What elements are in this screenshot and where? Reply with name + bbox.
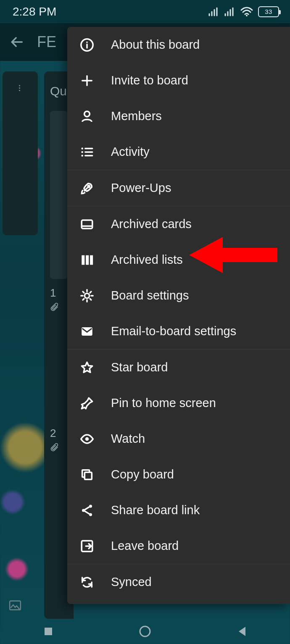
- attachment-icon: [50, 302, 59, 311]
- person-icon: [79, 108, 95, 124]
- menu-item-label: Power-Ups: [111, 181, 171, 195]
- signal-icon: [208, 7, 219, 16]
- card-badge: 1: [50, 287, 68, 300]
- svg-point-7: [88, 185, 90, 187]
- menu-item-label: Star board: [111, 360, 168, 374]
- menu-item-label: Pin to home screen: [111, 396, 216, 410]
- wifi-icon: [240, 7, 253, 17]
- svg-rect-10: [86, 255, 89, 265]
- menu-item-label: Copy board: [111, 468, 174, 481]
- menu-item-invite[interactable]: Invite to board: [67, 63, 290, 98]
- back-icon[interactable]: [10, 35, 24, 49]
- more-icon[interactable]: ···: [18, 84, 22, 91]
- menu-item-powerups[interactable]: Power-Ups: [67, 170, 290, 206]
- menu-item-label: About this board: [111, 38, 200, 52]
- board-title: FE: [37, 33, 56, 51]
- nav-home-icon[interactable]: [137, 623, 153, 640]
- svg-point-4: [81, 147, 83, 150]
- eye-icon: [79, 431, 95, 447]
- svg-rect-9: [82, 255, 84, 265]
- svg-rect-21: [45, 628, 52, 635]
- menu-item-members[interactable]: Members: [67, 98, 290, 134]
- rocket-icon: [79, 180, 95, 196]
- menu-item-pin[interactable]: Pin to home screen: [67, 385, 290, 421]
- sync-icon: [79, 574, 95, 590]
- menu-item-archived-lists[interactable]: Archived lists: [67, 242, 290, 278]
- menu-item-star[interactable]: Star board: [67, 350, 290, 385]
- menu-item-label: Members: [111, 109, 162, 123]
- plus-icon: [79, 73, 95, 89]
- list-icon: [79, 144, 95, 160]
- menu-item-activity[interactable]: Activity: [67, 134, 290, 170]
- battery-icon: 33: [258, 6, 279, 17]
- info-icon: [79, 37, 95, 53]
- menu-item-synced[interactable]: Synced: [67, 564, 290, 600]
- status-time: 2:28 PM: [13, 5, 56, 18]
- list-card-mini[interactable]: ···: [3, 71, 38, 235]
- svg-point-22: [140, 626, 150, 636]
- card-icon: [79, 216, 95, 232]
- menu-item-label: Activity: [111, 145, 150, 159]
- menu-item-leave[interactable]: Leave board: [67, 528, 290, 564]
- menu-item-share[interactable]: Share board link: [67, 492, 290, 528]
- signal-icon: [224, 7, 235, 16]
- battery-level: 33: [265, 8, 272, 15]
- copy-icon: [79, 467, 95, 483]
- status-bar: 2:28 PM 33: [0, 0, 290, 23]
- status-right: 33: [208, 6, 279, 17]
- svg-point-3: [84, 111, 90, 116]
- menu-item-copy[interactable]: Copy board: [67, 457, 290, 492]
- menu-item-label: Board settings: [111, 289, 189, 302]
- columns-icon: [79, 252, 95, 268]
- nav-back-icon[interactable]: [233, 623, 250, 640]
- svg-point-14: [85, 437, 89, 441]
- svg-point-12: [84, 293, 89, 298]
- svg-rect-11: [90, 255, 93, 265]
- menu-item-label: Synced: [111, 575, 152, 589]
- menu-item-label: Invite to board: [111, 74, 188, 87]
- card-badge: 2: [50, 427, 68, 440]
- share-icon: [79, 502, 95, 518]
- list-strip: ···: [3, 71, 40, 619]
- board-menu: About this board Invite to board Members…: [67, 27, 290, 604]
- gear-icon: [79, 288, 95, 304]
- menu-item-label: Leave board: [111, 539, 179, 553]
- svg-point-0: [246, 15, 248, 16]
- svg-point-5: [81, 151, 83, 153]
- svg-rect-8: [82, 220, 92, 229]
- pin-icon: [79, 395, 95, 411]
- mail-icon: [79, 323, 95, 339]
- menu-item-board-settings[interactable]: Board settings: [67, 278, 290, 313]
- svg-point-6: [81, 155, 83, 157]
- menu-item-watch[interactable]: Watch: [67, 421, 290, 457]
- system-navbar: [0, 619, 290, 644]
- image-icon: [9, 600, 21, 610]
- attachment-icon: [50, 442, 59, 452]
- menu-item-email-settings[interactable]: Email-to-board settings: [67, 313, 290, 349]
- card-fragment[interactable]: [50, 111, 68, 279]
- menu-item-label: Archived cards: [111, 217, 192, 231]
- leave-icon: [79, 538, 95, 554]
- menu-item-label: Share board link: [111, 503, 200, 517]
- menu-item-about[interactable]: About this board: [67, 27, 290, 63]
- menu-item-label: Archived lists: [111, 253, 183, 267]
- list-header-fragment: Qu: [50, 84, 68, 98]
- star-icon: [79, 360, 95, 376]
- menu-item-archived-cards[interactable]: Archived cards: [67, 206, 290, 242]
- menu-item-label: Email-to-board settings: [111, 324, 236, 338]
- nav-recent-icon[interactable]: [40, 623, 57, 640]
- svg-rect-15: [84, 472, 92, 479]
- menu-item-label: Watch: [111, 432, 145, 446]
